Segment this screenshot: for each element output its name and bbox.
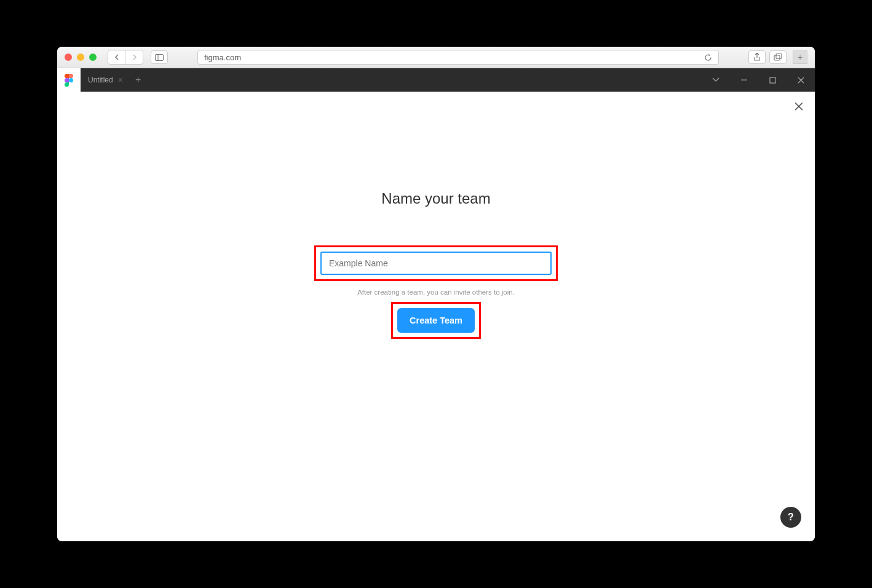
new-tab-button[interactable]: + bbox=[793, 50, 807, 64]
forward-button[interactable] bbox=[125, 50, 143, 64]
tab-close-icon[interactable]: × bbox=[118, 75, 123, 85]
add-tab-button[interactable]: + bbox=[130, 74, 146, 85]
window-traffic-lights bbox=[65, 54, 97, 61]
chevron-down-icon[interactable] bbox=[702, 68, 730, 92]
url-text: figma.com bbox=[204, 53, 241, 62]
window-close-icon[interactable] bbox=[787, 68, 815, 92]
browser-right-controls: + bbox=[748, 50, 807, 64]
figma-logo-icon[interactable] bbox=[57, 68, 81, 92]
url-bar[interactable]: figma.com bbox=[197, 50, 719, 65]
svg-point-4 bbox=[69, 78, 73, 82]
svg-rect-2 bbox=[774, 55, 780, 60]
window-maximize-icon[interactable] bbox=[758, 68, 787, 92]
share-button[interactable] bbox=[748, 50, 766, 64]
svg-rect-3 bbox=[776, 54, 782, 59]
window-zoom-dot[interactable] bbox=[89, 54, 97, 61]
dialog-close-button[interactable] bbox=[794, 101, 804, 111]
figma-tabbar: Untitled × + bbox=[57, 68, 815, 92]
browser-chrome: figma.com + bbox=[57, 47, 815, 68]
document-tab[interactable]: Untitled × bbox=[81, 68, 130, 92]
reload-icon[interactable] bbox=[704, 54, 712, 62]
nav-group bbox=[108, 50, 143, 65]
tabs-button[interactable] bbox=[769, 50, 787, 64]
back-button[interactable] bbox=[108, 50, 125, 64]
dialog-heading: Name your team bbox=[381, 190, 490, 207]
team-name-input[interactable] bbox=[320, 252, 552, 275]
svg-rect-0 bbox=[156, 54, 164, 60]
helper-text: After creating a team, you can invite ot… bbox=[357, 288, 515, 296]
browser-window: figma.com + Untitled bbox=[57, 47, 815, 541]
window-close-dot[interactable] bbox=[65, 54, 72, 61]
window-minimize-icon[interactable] bbox=[730, 68, 758, 92]
tab-title: Untitled bbox=[88, 76, 113, 84]
svg-rect-6 bbox=[770, 77, 775, 83]
create-button-wrap: Create Team bbox=[397, 308, 475, 333]
sidebar-toggle-button[interactable] bbox=[151, 50, 168, 64]
create-team-form: Name your team After creating a team, yo… bbox=[57, 92, 815, 333]
app-window-controls bbox=[702, 68, 815, 92]
window-minimize-dot[interactable] bbox=[77, 54, 84, 61]
help-button[interactable]: ? bbox=[780, 507, 801, 528]
create-team-button[interactable]: Create Team bbox=[397, 308, 475, 333]
team-name-input-wrap bbox=[320, 252, 552, 275]
dialog-content: Name your team After creating a team, yo… bbox=[57, 92, 815, 541]
